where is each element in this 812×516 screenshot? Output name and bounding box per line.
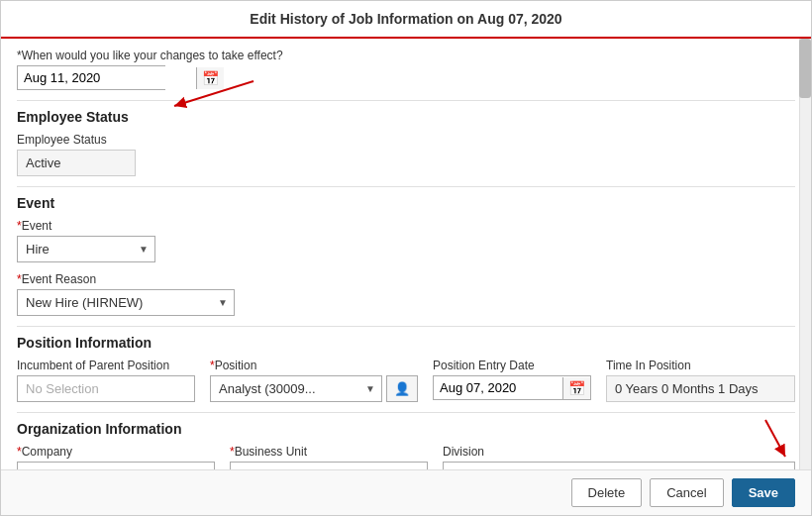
- employee-status-section-title: Employee Status: [17, 109, 795, 125]
- effective-date-label: *When would you like your changes to tak…: [17, 49, 795, 62]
- event-reason-label: Event Reason: [17, 272, 795, 286]
- position-dropdown-wrapper[interactable]: Analyst (30009... ▼: [210, 375, 382, 402]
- event-separator: [17, 186, 795, 187]
- position-info-separator: [17, 326, 795, 327]
- incumbent-field-group: Incumbent of Parent Position No Selectio…: [17, 359, 195, 402]
- employee-status-label: Employee Status: [17, 133, 795, 147]
- org-info-section-title: Organization Information: [17, 421, 795, 437]
- event-dropdown-wrapper[interactable]: Hire Termination Transfer ▼: [17, 236, 155, 262]
- time-in-position-label: Time In Position: [606, 359, 795, 372]
- cancel-button[interactable]: Cancel: [650, 478, 723, 507]
- position-entry-date-input-wrapper[interactable]: 📅: [433, 375, 591, 400]
- org-info-grid-row1: Company BestRun Company (1710) ▼ Busines…: [17, 445, 795, 469]
- save-button[interactable]: Save: [732, 478, 795, 507]
- edit-job-history-modal: Edit History of Job Information on Aug 0…: [0, 0, 812, 516]
- business-unit-dropdown-wrapper[interactable]: Corporate (CORP) ▼: [230, 462, 428, 469]
- business-unit-field-group: Business Unit Corporate (CORP) ▼: [230, 445, 428, 469]
- position-entry-date-label: Position Entry Date: [433, 359, 591, 372]
- position-info-grid: Incumbent of Parent Position No Selectio…: [17, 359, 795, 402]
- incumbent-value: No Selection: [17, 375, 195, 402]
- effective-date-input-wrapper[interactable]: 📅: [17, 65, 165, 90]
- modal-title-bar: Edit History of Job Information on Aug 0…: [1, 1, 811, 39]
- incumbent-label: Incumbent of Parent Position: [17, 359, 195, 372]
- position-select[interactable]: Analyst (30009...: [211, 376, 381, 401]
- position-input-row: Analyst (30009... ▼ 👤: [210, 375, 418, 402]
- effective-date-section: *When would you like your changes to tak…: [17, 49, 795, 90]
- event-section-title: Event: [17, 195, 795, 211]
- company-dropdown-wrapper[interactable]: BestRun Company (1710) ▼: [17, 462, 215, 469]
- position-label: Position: [210, 359, 418, 372]
- position-lookup-button[interactable]: 👤: [386, 375, 418, 402]
- modal-footer: Delete Cancel Save: [1, 469, 811, 515]
- company-select[interactable]: BestRun Company (1710): [18, 463, 214, 469]
- scrollbar-thumb[interactable]: [799, 39, 811, 98]
- org-info-separator: [17, 412, 795, 413]
- division-label: Division: [443, 445, 795, 459]
- event-select[interactable]: Hire Termination Transfer: [18, 237, 154, 261]
- time-in-position-group: Time In Position 0 Years 0 Months 1 Days: [606, 359, 795, 402]
- division-dropdown-wrapper[interactable]: Information Technology (IT) ▼: [443, 462, 795, 469]
- event-reason-dropdown-wrapper[interactable]: New Hire (HIRNEW) Rehire ▼: [17, 289, 235, 316]
- scrollbar-track[interactable]: [799, 39, 811, 469]
- position-entry-date-group: Position Entry Date 📅: [433, 359, 591, 402]
- effective-date-input[interactable]: [18, 66, 196, 89]
- event-row: Event Hire Termination Transfer ▼: [17, 219, 795, 262]
- time-in-position-value: 0 Years 0 Months 1 Days: [606, 375, 795, 402]
- event-label: Event: [17, 219, 795, 233]
- business-unit-label: Business Unit: [230, 445, 428, 459]
- employee-status-row: Employee Status Active: [17, 133, 795, 176]
- company-label: Company: [17, 445, 215, 459]
- company-field-group: Company BestRun Company (1710) ▼: [17, 445, 215, 469]
- position-field-group: Position Analyst (30009... ▼ 👤: [210, 359, 418, 402]
- delete-button[interactable]: Delete: [571, 478, 643, 507]
- modal-title: Edit History of Job Information on Aug 0…: [250, 11, 561, 27]
- division-field-group: Division Information Technology (IT) ▼: [443, 445, 795, 469]
- event-reason-row: Event Reason New Hire (HIRNEW) Rehire ▼: [17, 272, 795, 316]
- division-select[interactable]: Information Technology (IT): [444, 463, 794, 469]
- business-unit-select[interactable]: Corporate (CORP): [231, 463, 427, 469]
- position-entry-date-calendar-icon[interactable]: 📅: [562, 377, 590, 399]
- modal-body: *When would you like your changes to tak…: [1, 39, 811, 469]
- position-info-section-title: Position Information: [17, 335, 795, 351]
- position-entry-date-input[interactable]: [434, 376, 562, 399]
- event-reason-select[interactable]: New Hire (HIRNEW) Rehire: [18, 290, 234, 315]
- employee-status-value: Active: [17, 150, 136, 176]
- employee-status-separator: [17, 100, 795, 101]
- effective-date-calendar-icon[interactable]: 📅: [196, 67, 224, 89]
